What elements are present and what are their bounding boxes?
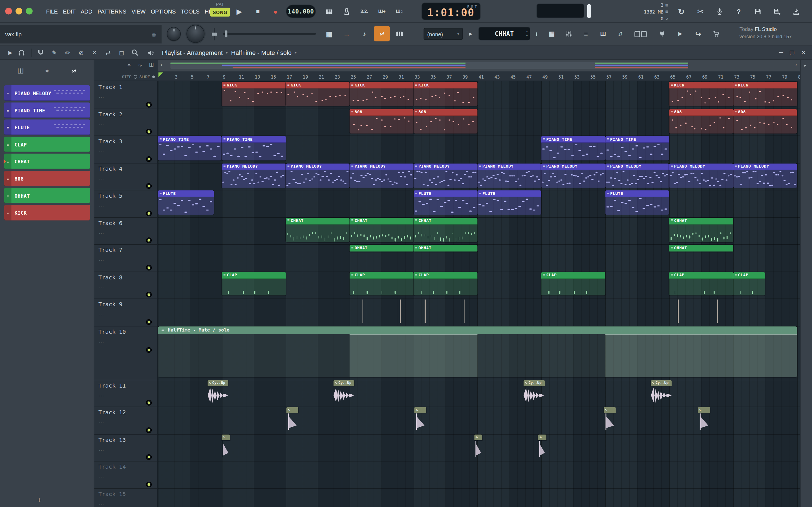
mixer-icon[interactable]: [561, 26, 577, 41]
slide-note-icon[interactable]: ∿: [138, 62, 142, 68]
clip-clap[interactable]: ≡CLAP: [669, 272, 733, 295]
audio-clip[interactable]: ∿Cy..Up: [207, 380, 229, 404]
pattern-ohhat[interactable]: ≡OHHAT: [4, 188, 90, 203]
breadcrumb-playlist[interactable]: Playlist - Arrangement: [162, 49, 223, 56]
timeline-ruler[interactable]: 3579111315171921232527293133353739414345…: [158, 71, 800, 81]
track-led[interactable]: [146, 129, 152, 134]
save-new-version-icon[interactable]: [769, 4, 785, 19]
step-toggle-icon[interactable]: [134, 75, 137, 78]
zoom-window-button[interactable]: [26, 8, 33, 15]
slider-handle[interactable]: [225, 31, 227, 37]
clip-piano-time[interactable]: ≡PIANO TIME: [222, 136, 286, 160]
scroll-left-button[interactable]: ‹: [160, 62, 162, 67]
clip-ohhat[interactable]: ≡OHHAT: [414, 245, 477, 252]
track-led[interactable]: [146, 347, 152, 353]
pattern-kick[interactable]: ≡KICK: [4, 205, 90, 220]
add-pattern-button[interactable]: +: [532, 28, 541, 40]
audio-clip[interactable]: ∿: [222, 434, 230, 459]
clip-kick[interactable]: ≡KICK: [350, 82, 414, 106]
clip-flute[interactable]: ≡FLUTE: [414, 190, 477, 215]
pattern-clap[interactable]: ≡CLAP: [4, 136, 90, 152]
draw-icon[interactable]: ✎: [48, 47, 60, 58]
main-pan-knob[interactable]: [167, 27, 181, 41]
clip-piano-melody[interactable]: ≡PIANO MELODY: [222, 163, 286, 187]
step-label[interactable]: STEP: [122, 75, 132, 78]
delete-icon[interactable]: ⊘: [75, 47, 87, 58]
note-snap-icon[interactable]: ♪: [356, 26, 372, 41]
pattern-piano-melody[interactable]: ≡PIANO MELODY: [4, 86, 90, 101]
add-pattern-plus[interactable]: +: [37, 496, 41, 504]
audio-clip[interactable]: ∿Cy..Up: [524, 380, 545, 404]
audio-clip[interactable]: ∿Cy..Up: [334, 380, 354, 404]
track-header-13[interactable]: Track 13...: [94, 434, 158, 461]
track-led[interactable]: [146, 237, 152, 243]
metronome-icon[interactable]: [339, 4, 355, 19]
menu-add[interactable]: ADD: [78, 8, 95, 14]
menu-edit[interactable]: EDIT: [60, 8, 78, 14]
menu-tools[interactable]: TOOLS: [178, 8, 202, 14]
track-led[interactable]: [146, 156, 152, 162]
clip-flute[interactable]: ≡FLUTE: [477, 190, 541, 215]
headphones-icon[interactable]: [15, 46, 28, 59]
time-display[interactable]: 1:01:00 B:S:T: [421, 3, 480, 20]
step-grid-icon[interactable]: ▦: [321, 26, 337, 41]
clip-clap[interactable]: ≡CLAP: [733, 272, 765, 295]
clip-808[interactable]: ≡808: [669, 109, 733, 133]
magnet-icon[interactable]: [35, 47, 47, 58]
track-header-7[interactable]: Track 7...: [94, 244, 158, 271]
step-sequencer-icon[interactable]: Ш: [595, 26, 611, 41]
audio-clip[interactable]: ∿: [474, 434, 482, 459]
typing-keyboard-icon[interactable]: [321, 4, 337, 19]
help-icon[interactable]: ?: [731, 4, 747, 19]
playlist-grid[interactable]: HalfTime - Mute / solo≡KICK≡KICK≡KICK≡KI…: [158, 81, 800, 507]
track-header-11[interactable]: Track 11...: [94, 379, 158, 406]
minimize-window-button[interactable]: [15, 8, 22, 15]
slide-label[interactable]: SLIDE: [139, 75, 150, 78]
clip-kick[interactable]: ≡KICK: [414, 82, 477, 106]
pattern-flute[interactable]: ≡FLUTE: [4, 119, 90, 135]
plugin-picker-icon[interactable]: ▦: [544, 26, 560, 41]
mic-icon[interactable]: [712, 4, 728, 19]
clip-piano-melody[interactable]: ≡PIANO MELODY: [414, 163, 477, 187]
piano-keys-icon[interactable]: [392, 26, 408, 41]
menu-view[interactable]: VIEW: [129, 8, 148, 14]
export-icon[interactable]: [788, 4, 804, 19]
scroll-right-button[interactable]: ›: [795, 62, 797, 67]
clip-chhat[interactable]: ≡CHHAT: [669, 217, 733, 242]
tempo-display[interactable]: 140.000: [286, 5, 316, 18]
generators-icon[interactable]: ✶: [37, 62, 57, 79]
clip-flute[interactable]: ≡FLUTE: [158, 190, 214, 215]
minimize-playlist-button[interactable]: ─: [779, 49, 783, 56]
clip-chhat[interactable]: ≡CHHAT: [286, 217, 350, 242]
pattern-808[interactable]: ≡808: [4, 171, 90, 186]
track-header-6[interactable]: Track 6...: [94, 217, 158, 244]
track-header-1[interactable]: Track 1...: [94, 81, 158, 108]
audio-clip[interactable]: ∿: [538, 434, 546, 459]
speaker-icon[interactable]: [144, 46, 157, 59]
playlist-play-icon[interactable]: ▶: [8, 50, 12, 55]
clip-ohhat[interactable]: ≡OHHAT: [350, 245, 414, 252]
track-led[interactable]: [146, 482, 152, 487]
piano-roll-icon[interactable]: ♫: [612, 26, 628, 41]
remote-link-icon[interactable]: [64, 62, 84, 79]
clip-chhat[interactable]: ≡CHHAT: [414, 217, 477, 242]
track-led[interactable]: [146, 454, 152, 460]
play-button[interactable]: ▶: [232, 4, 246, 18]
beat-marker-icon[interactable]: ✶: [127, 62, 131, 68]
clip-kick[interactable]: ≡KICK: [222, 82, 286, 106]
clip-808[interactable]: ≡808: [733, 109, 797, 133]
clip-clap[interactable]: ≡CLAP: [350, 272, 414, 295]
song-overview[interactable]: [170, 62, 688, 69]
audio-clip[interactable]: ∿Cy..Up: [651, 380, 672, 404]
audio-clip[interactable]: ∿: [287, 407, 298, 432]
track-led[interactable]: [146, 319, 152, 325]
clip-piano-melody[interactable]: ≡PIANO MELODY: [286, 163, 350, 187]
master-pitch-slider[interactable]: [587, 4, 591, 18]
clip-kick[interactable]: ≡KICK: [286, 82, 350, 106]
track-led[interactable]: [146, 210, 152, 216]
plugin-icon[interactable]: [654, 26, 670, 41]
track-header-4[interactable]: Track 4...: [94, 163, 158, 190]
track-header-3[interactable]: Track 3...: [94, 135, 158, 163]
maximize-playlist-button[interactable]: ▢: [790, 49, 795, 56]
clip-808[interactable]: ≡808: [350, 109, 414, 133]
